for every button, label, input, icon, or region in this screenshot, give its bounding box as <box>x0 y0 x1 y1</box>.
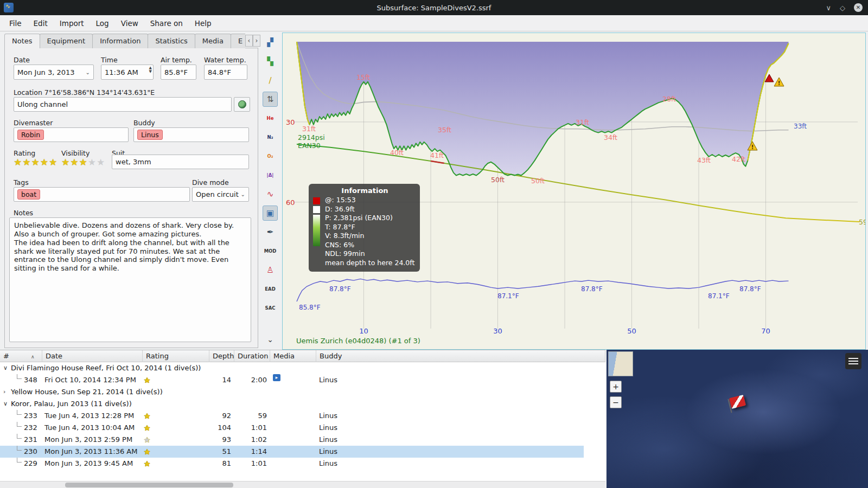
dive-events-button[interactable]: ✒ <box>263 224 278 240</box>
dive-flag-marker[interactable] <box>729 395 746 409</box>
map-zoom-out-button[interactable]: − <box>610 396 622 408</box>
location-input[interactable]: Ulong channel <box>14 97 232 112</box>
chart-annotation: 28ft <box>662 95 676 103</box>
dive-number: 229 <box>24 458 37 470</box>
close-icon[interactable]: ✕ <box>854 3 863 12</box>
menu-view[interactable]: View <box>115 16 144 30</box>
tab-notes[interactable]: Notes <box>4 34 40 48</box>
toggle-dc-ceiling-button[interactable]: ▞ <box>263 35 278 50</box>
column-header-date[interactable]: Date <box>42 350 143 362</box>
water-temp-field[interactable]: 84.8°F <box>204 65 247 80</box>
star-icon: ★ <box>49 157 58 168</box>
menu-share-on[interactable]: Share on <box>144 16 189 30</box>
tree-elbow <box>17 410 22 415</box>
ead-button[interactable]: EAD <box>263 281 278 297</box>
tab-e[interactable]: E <box>231 34 245 48</box>
heart-rate-button[interactable]: ∿ <box>263 187 278 202</box>
divemaster-input[interactable]: Robin <box>14 127 129 142</box>
trip-row[interactable]: ∨Koror, Palau, Jun 2013 (11 dive(s)) <box>0 398 605 410</box>
dive-mode-select[interactable]: Open circuit⌄ <box>192 187 249 202</box>
tab-media[interactable]: Media <box>195 34 231 48</box>
menu-edit[interactable]: Edit <box>28 16 54 30</box>
horizontal-scrollbar[interactable] <box>0 481 605 488</box>
dive-profile-chart[interactable]: ! ! 30601030507015ft28ft31ft2914psiEAN30… <box>282 33 866 350</box>
dive-duration: 2:00 <box>233 374 267 386</box>
dive-depth: 81 <box>209 458 231 470</box>
pp-helium-button[interactable]: He <box>263 111 278 126</box>
buddy-input[interactable]: Linus <box>133 127 249 142</box>
map-location-button[interactable] <box>234 97 250 112</box>
tree-elbow <box>17 374 22 379</box>
buddy-chip[interactable]: Linus <box>137 130 163 140</box>
deco-button[interactable]: ♙ <box>263 262 278 278</box>
dive-row[interactable]: 348Fri Oct 10, 2014 12:34 PM★★★★★142:00▸… <box>0 374 605 386</box>
tab-information[interactable]: Information <box>92 34 148 48</box>
dive-row[interactable]: 229Mon Jun 3, 2013 9:45 AM★★★★★811:01Lin… <box>0 458 605 470</box>
menu-log[interactable]: Log <box>90 16 115 30</box>
pp-nitrogen-button[interactable]: N₂ <box>263 130 278 145</box>
time-spinner[interactable]: 11:36 AM ▲▼ <box>101 65 154 80</box>
tags-input[interactable]: boat <box>14 187 190 202</box>
air-temp-field[interactable]: 85.8°F <box>161 65 196 80</box>
dive-row[interactable]: 232Tue Jun 4, 2013 10:04 AM★★★★★1041:01L… <box>0 422 605 434</box>
media-icon[interactable]: ▸ <box>273 374 280 381</box>
column-header-media[interactable]: Media <box>270 350 316 362</box>
maximize-icon[interactable]: ◇ <box>840 4 845 12</box>
chart-annotation: 70 <box>761 327 770 335</box>
toolbar-collapse-icon[interactable]: ⌄ <box>267 335 273 344</box>
chart-annotation: 35ft <box>438 126 451 134</box>
tab-scroll-right-icon[interactable]: › <box>253 35 260 47</box>
dive-list: #∧DateRatingDepthDurationMediaBuddy ∨Div… <box>0 350 605 488</box>
pp-oxygen-button[interactable]: O₂ <box>263 149 278 164</box>
dive-row[interactable]: 233Tue Jun 4, 2013 12:28 PM★★★★★9259Linu… <box>0 410 605 422</box>
divemaster-chip[interactable]: Robin <box>17 130 44 140</box>
rating-stars[interactable]: ★★★★★ <box>14 157 58 168</box>
notes-textarea[interactable]: Unbelievable dive. Dozens and dozens of … <box>9 217 251 342</box>
map-overview-inset[interactable] <box>608 351 633 376</box>
collapse-icon[interactable]: ∨ <box>3 398 8 410</box>
spinner-arrows-icon[interactable]: ▲▼ <box>149 66 152 74</box>
trip-row[interactable]: ∨Divi Flamingo House Reef, Fri Oct 10, 2… <box>0 362 605 374</box>
menu-import[interactable]: Import <box>54 16 90 30</box>
sac-button[interactable]: SAC <box>263 300 278 316</box>
photos-button[interactable]: ▣ <box>263 206 278 221</box>
tab-scroll-left-icon[interactable]: ‹ <box>245 35 253 47</box>
mod-button[interactable]: MOD <box>263 243 278 259</box>
menu-help[interactable]: Help <box>189 16 218 30</box>
star-icon: ★ <box>22 157 31 168</box>
tab-equipment[interactable]: Equipment <box>40 34 93 48</box>
gas-pressures-button[interactable]: |Δ| <box>263 168 278 183</box>
toggle-calc-ceiling-button[interactable]: ▚ <box>263 54 278 69</box>
dive-row[interactable]: 231Mon Jun 3, 2013 2:59 PM★★★★★931:02Lin… <box>0 434 605 446</box>
expand-icon[interactable]: › <box>3 386 5 398</box>
chart-annotation: 40ft <box>390 149 404 157</box>
visibility-stars[interactable]: ★★★★★ <box>61 157 105 168</box>
scale-button[interactable]: ⇅ <box>263 92 278 107</box>
menu-file[interactable]: File <box>3 16 28 30</box>
dive-duration: 59 <box>233 410 267 422</box>
tag-chip[interactable]: boat <box>17 189 40 200</box>
suit-input[interactable]: wet, 3mm <box>112 155 249 169</box>
ruler-button[interactable]: ∕ <box>263 73 278 88</box>
dive-depth: 92 <box>209 410 231 422</box>
chart-annotation: 31ft <box>302 125 316 133</box>
dive-row[interactable]: 230Mon Jun 3, 2013 11:36 AM★★★★★511:14Li… <box>0 446 584 458</box>
svg-text:!: ! <box>778 80 781 86</box>
scrollbar-thumb[interactable] <box>65 483 233 487</box>
date-select[interactable]: Mon Jun 3, 2013⌄ <box>14 65 94 80</box>
map-menu-button[interactable] <box>845 353 861 369</box>
map-zoom-in-button[interactable]: + <box>610 381 622 393</box>
column-header-duration[interactable]: Duration <box>234 350 270 362</box>
infobox-line: T: 87.8°F <box>325 223 414 232</box>
column-header-depth[interactable]: Depth <box>209 350 234 362</box>
column-header-buddy[interactable]: Buddy <box>316 350 605 362</box>
column-header-rating[interactable]: Rating <box>143 350 209 362</box>
tab-statistics[interactable]: Statistics <box>148 34 195 48</box>
profile-infobox[interactable]: Information @: 15:53D: 36.9ftP: 2,381psi… <box>309 184 420 272</box>
trip-row[interactable]: ›Yellow House, Sun Sep 21, 2014 (1 dive(… <box>0 386 605 398</box>
dive-site-map[interactable]: + − <box>607 350 868 488</box>
collapse-icon[interactable]: ∨ <box>3 362 8 374</box>
minimize-icon[interactable]: ∨ <box>826 4 831 12</box>
column-header-num[interactable]: #∧ <box>0 350 42 362</box>
infobox-title: Information <box>315 187 414 195</box>
